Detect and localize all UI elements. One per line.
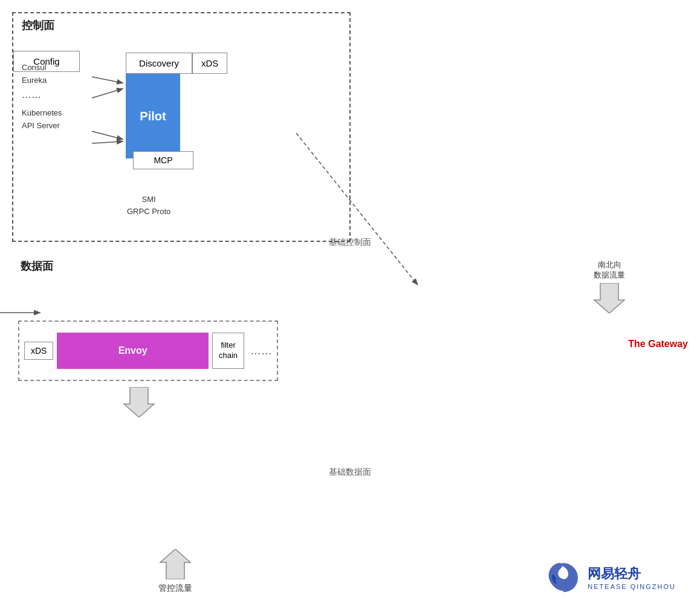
svg-marker-6 bbox=[124, 387, 154, 417]
bottom-arrow-area: 管控流量 bbox=[157, 549, 193, 594]
pilot-group: Discovery xDS bbox=[126, 53, 258, 158]
control-plane: 控制面 Consul Eureka …… Kubernetes API Serv… bbox=[12, 12, 351, 242]
ns-arrow-svg bbox=[591, 283, 627, 313]
netease-logo: 网易轻舟 NETEASE QINGZHOU bbox=[545, 561, 676, 594]
bottom-arrow-label: 管控流量 bbox=[158, 583, 192, 594]
netease-sub: NETEASE QINGZHOU bbox=[588, 583, 676, 590]
data-xds-box: xDS bbox=[24, 342, 53, 360]
source-arrows-svg bbox=[19, 50, 140, 183]
smi-label: SMI GRPC Proto bbox=[127, 194, 170, 217]
mcp-box: MCP bbox=[133, 151, 193, 169]
envoy-box: Envoy bbox=[57, 333, 208, 369]
top-area: 控制面 Consul Eureka …… Kubernetes API Serv… bbox=[12, 12, 688, 254]
gateway-label: The Gateway bbox=[628, 339, 688, 350]
bottom-arrow-svg bbox=[157, 549, 193, 579]
discovery-row: Discovery xDS bbox=[126, 53, 258, 74]
base-control-label: 基础控制面 bbox=[329, 237, 371, 248]
svg-line-1 bbox=[92, 89, 122, 98]
gateway-box: xDS Envoy filterchain …… bbox=[18, 321, 278, 381]
data-arrow-down-svg bbox=[121, 387, 157, 417]
svg-marker-4 bbox=[594, 283, 624, 313]
discovery-box: Discovery bbox=[126, 53, 192, 74]
gateway-dots: …… bbox=[250, 345, 272, 357]
data-plane-title: 数据面 bbox=[21, 259, 53, 273]
xds-arrow-svg bbox=[227, 54, 258, 73]
svg-marker-44 bbox=[160, 549, 190, 579]
ns-traffic: 南北向数据流量 bbox=[591, 260, 627, 313]
netease-brand: 网易轻舟 bbox=[588, 565, 676, 583]
base-data-label: 基础数据面 bbox=[329, 467, 371, 478]
data-plane: 数据面 南北向数据流量 bbox=[12, 254, 688, 484]
control-plane-title: 控制面 bbox=[22, 18, 54, 33]
main-container: 控制面 Consul Eureka …… Kubernetes API Serv… bbox=[0, 0, 700, 612]
pilot-block: Pilot bbox=[126, 74, 180, 158]
data-arrow-down bbox=[121, 387, 157, 420]
xds-connect-arrow bbox=[0, 304, 51, 322]
netease-logo-svg bbox=[545, 561, 582, 594]
svg-line-0 bbox=[92, 77, 122, 83]
ns-traffic-label: 南北向数据流量 bbox=[594, 260, 625, 281]
svg-line-3 bbox=[92, 142, 122, 143]
svg-line-2 bbox=[92, 131, 122, 139]
xds-box: xDS bbox=[192, 53, 227, 74]
filter-chain-box: filterchain bbox=[212, 333, 244, 369]
